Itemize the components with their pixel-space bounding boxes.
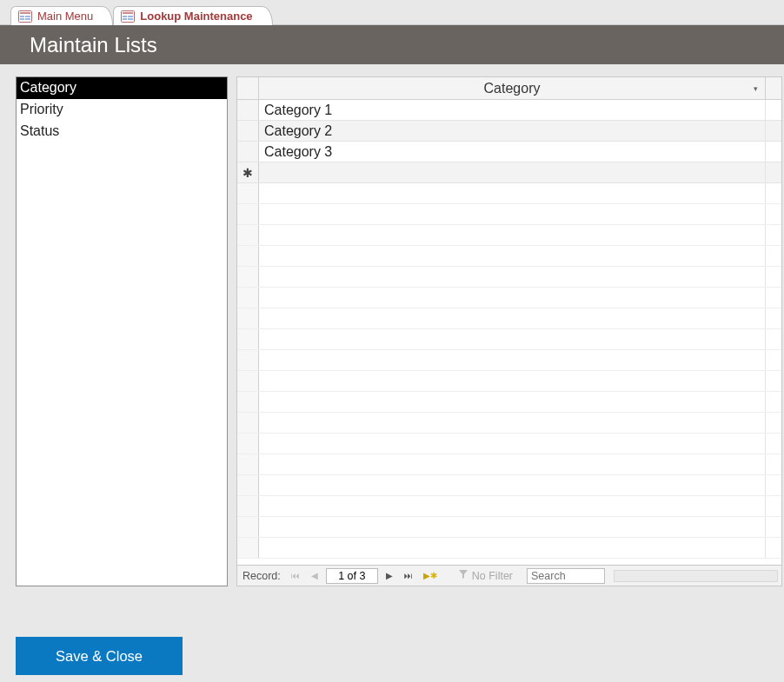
column-add xyxy=(766,77,781,99)
cell-category[interactable]: Category 2 xyxy=(259,121,766,141)
svg-rect-2 xyxy=(20,16,24,17)
next-icon: ▶ xyxy=(423,571,430,580)
svg-rect-7 xyxy=(123,12,133,14)
first-record-button[interactable]: ⏮ xyxy=(288,568,303,584)
empty-row xyxy=(237,329,781,350)
form-icon xyxy=(121,10,135,23)
svg-rect-8 xyxy=(123,16,127,17)
row-selector[interactable] xyxy=(237,100,259,120)
empty-row xyxy=(237,517,781,538)
content-area: Category Priority Status Category ▾ Cate… xyxy=(0,64,784,591)
empty-row xyxy=(237,496,781,517)
form-icon xyxy=(18,10,32,23)
empty-row xyxy=(237,225,781,246)
tab-label: Main Menu xyxy=(37,10,93,23)
row-selector[interactable] xyxy=(237,121,259,141)
record-position-input[interactable] xyxy=(326,568,378,584)
page-banner: Maintain Lists xyxy=(0,24,784,64)
lookup-list: Category Priority Status xyxy=(16,76,228,586)
empty-row xyxy=(237,183,781,204)
star-icon: ✱ xyxy=(430,571,437,580)
empty-row xyxy=(237,204,781,225)
empty-row xyxy=(237,267,781,288)
svg-rect-5 xyxy=(25,18,30,20)
list-item-priority[interactable]: Priority xyxy=(17,99,227,121)
record-label: Record: xyxy=(243,570,281,582)
empty-row xyxy=(237,308,781,329)
prev-record-button[interactable]: ◀ xyxy=(307,568,322,584)
svg-rect-10 xyxy=(123,18,127,20)
table-row[interactable]: Category 2 xyxy=(237,121,781,142)
horizontal-scrollbar[interactable] xyxy=(614,570,778,582)
empty-row xyxy=(237,454,781,475)
cell-category[interactable]: Category 1 xyxy=(259,100,766,120)
grid-body: Category 1 Category 2 Category 3 ✱ xyxy=(237,100,781,565)
table-row[interactable]: Category 1 xyxy=(237,100,781,121)
next-record-button[interactable]: ▶ xyxy=(382,568,397,584)
column-header-category[interactable]: Category ▾ xyxy=(259,77,766,99)
table-row-new[interactable]: ✱ xyxy=(237,162,781,183)
record-navigator: Record: ⏮ ◀ ▶ ⏭ ▶✱ No Filter xyxy=(237,565,781,586)
select-all-corner[interactable] xyxy=(237,77,259,99)
new-record-button[interactable]: ▶✱ xyxy=(420,571,441,580)
page-title: Maintain Lists xyxy=(30,33,157,57)
last-record-button[interactable]: ⏭ xyxy=(401,568,416,584)
svg-rect-9 xyxy=(128,16,133,17)
list-item-status[interactable]: Status xyxy=(17,121,227,142)
datasheet-grid: Category ▾ Category 1 Category 2 Categor… xyxy=(236,76,782,586)
new-row-icon[interactable]: ✱ xyxy=(237,162,259,182)
empty-row xyxy=(237,350,781,371)
save-close-button[interactable]: Save & Close xyxy=(16,637,183,675)
filter-icon xyxy=(458,569,468,582)
empty-row xyxy=(237,246,781,267)
svg-rect-3 xyxy=(25,16,30,17)
svg-rect-4 xyxy=(20,18,24,20)
search-input[interactable] xyxy=(527,568,605,584)
svg-rect-1 xyxy=(20,12,30,14)
svg-rect-11 xyxy=(128,18,133,20)
tab-lookup-maintenance[interactable]: Lookup Maintenance xyxy=(113,6,272,25)
filter-label: No Filter xyxy=(472,570,513,582)
empty-row xyxy=(237,288,781,308)
tab-strip: Main Menu Lookup Maintenance xyxy=(0,0,784,24)
row-selector[interactable] xyxy=(237,142,259,162)
empty-row xyxy=(237,392,781,413)
empty-row xyxy=(237,413,781,434)
grid-header: Category ▾ xyxy=(237,77,781,100)
empty-row xyxy=(237,475,781,496)
column-header-label: Category xyxy=(484,81,541,96)
table-row[interactable]: Category 3 xyxy=(237,142,781,162)
empty-row xyxy=(237,538,781,559)
list-item-category[interactable]: Category xyxy=(17,77,227,99)
chevron-down-icon[interactable]: ▾ xyxy=(754,84,758,93)
tab-label: Lookup Maintenance xyxy=(140,10,252,23)
cell-category[interactable]: Category 3 xyxy=(259,142,766,162)
filter-indicator[interactable]: No Filter xyxy=(453,569,518,582)
empty-row xyxy=(237,371,781,392)
empty-row xyxy=(237,434,781,454)
tab-main-menu[interactable]: Main Menu xyxy=(10,6,113,25)
cell-category[interactable] xyxy=(259,162,766,182)
